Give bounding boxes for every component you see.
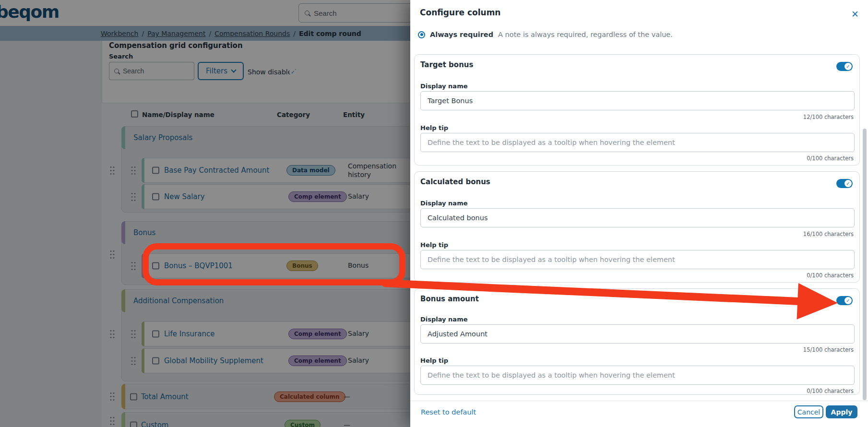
- section-target-bonus: Target bonus Display name 12/100 charact…: [414, 54, 860, 166]
- display-name-label: Display name: [420, 316, 468, 323]
- note-requirement-option: Always required A note is always require…: [418, 31, 673, 38]
- character-counter: 16/100 characters: [803, 231, 854, 237]
- section-toggle[interactable]: [836, 179, 853, 188]
- section-title: Calculated bonus: [420, 178, 490, 186]
- section-calculated-bonus: Calculated bonus Display name 16/100 cha…: [414, 171, 860, 283]
- close-icon[interactable]: ✕: [851, 10, 859, 19]
- help-tip-label: Help tip: [420, 357, 448, 364]
- help-tip-label: Help tip: [420, 124, 448, 131]
- help-tip-input[interactable]: [420, 250, 855, 269]
- display-name-label: Display name: [420, 200, 468, 207]
- character-counter: 12/100 characters: [803, 114, 854, 120]
- drawer-scrollbar[interactable]: [863, 129, 867, 400]
- screen: beqom Workbench / Pay Management / Compe…: [0, 0, 868, 427]
- modal-backdrop[interactable]: [0, 0, 411, 427]
- display-name-input[interactable]: [420, 324, 855, 344]
- section-title: Target bonus: [420, 60, 473, 69]
- note-option-description: A note is always required, regardless of…: [498, 31, 673, 38]
- annotation-arrow-shaft: [381, 279, 803, 305]
- note-option-label: Always required: [430, 31, 493, 38]
- section-toggle[interactable]: [836, 62, 853, 71]
- section-toggle[interactable]: [836, 296, 853, 305]
- annotation-arrow-head: [797, 283, 839, 321]
- help-tip-input[interactable]: [420, 133, 855, 152]
- character-counter: 15/100 characters: [803, 346, 854, 353]
- help-tip-input[interactable]: [420, 366, 855, 385]
- display-name-input[interactable]: [420, 91, 855, 110]
- help-tip-label: Help tip: [420, 241, 448, 249]
- character-counter: 0/100 characters: [807, 155, 854, 162]
- reset-to-default-link[interactable]: Reset to default: [421, 405, 476, 419]
- cancel-button[interactable]: Cancel: [794, 405, 823, 418]
- character-counter: 0/100 characters: [807, 272, 854, 279]
- annotation-highlight-rectangle: [143, 243, 405, 285]
- drawer-title: Configure column: [420, 8, 500, 17]
- radio-selected-icon[interactable]: [418, 31, 425, 38]
- display-name-label: Display name: [420, 83, 468, 90]
- display-name-input[interactable]: [420, 208, 855, 227]
- apply-button[interactable]: Apply: [826, 405, 857, 418]
- character-counter: 0/100 characters: [807, 388, 854, 394]
- configure-column-drawer: Configure column ✕ Always required A not…: [410, 0, 868, 427]
